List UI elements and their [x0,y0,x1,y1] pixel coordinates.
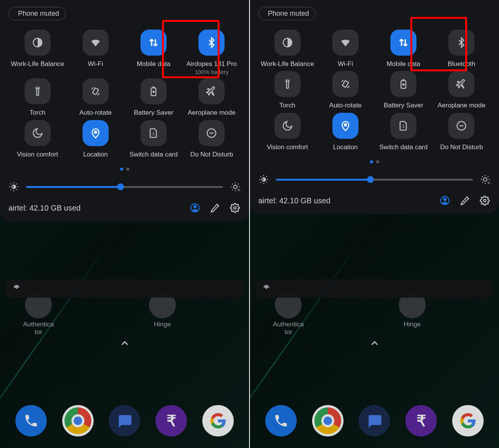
auto-brightness-icon[interactable]: A [480,174,491,185]
tile-wifi[interactable]: Wi-Fi [316,30,374,68]
chrome-app[interactable] [312,405,344,436]
tile-label: Auto-rotate [79,109,112,117]
tile-battery[interactable]: Battery Saver [375,71,433,109]
brightness-slider[interactable] [26,186,223,188]
notification-bar[interactable] [256,279,493,298]
location-icon [332,113,359,139]
chrome-app[interactable] [62,405,94,436]
brightness-low-icon [8,181,19,192]
svg-point-16 [234,207,236,209]
auto-brightness-icon[interactable]: A [230,181,241,192]
messages-app[interactable] [359,405,390,436]
google-app[interactable] [202,405,234,436]
battery-icon [390,71,416,97]
chevron-up-icon[interactable] [369,338,380,351]
tile-worklife[interactable]: Work-Life Balance [8,30,66,75]
phone-app[interactable] [15,405,47,436]
svg-point-12 [233,185,237,189]
settings-icon[interactable] [479,195,491,206]
messages-app[interactable] [109,405,140,436]
tile-label: Torch [279,102,296,109]
tile-plane[interactable]: Aeroplane mode [433,71,491,109]
svg-text:1: 1 [402,124,405,128]
moon-icon [25,120,51,146]
brightness-row: A [258,174,491,185]
edit-icon[interactable] [459,195,471,206]
svg-point-25 [344,124,347,126]
wifi-icon [83,30,109,56]
tile-wifi[interactable]: Wi-Fi [66,30,124,75]
quick-settings-panel: Phone muted Work-Life BalanceWi-FiMobile… [0,0,249,221]
moon-icon [274,113,301,139]
tile-label: Work-Life Balance [11,60,64,68]
tile-moon[interactable]: Vision comfort [258,113,316,151]
quick-settings-panel: Phone muted Work-Life BalanceWi-FiMobile… [250,0,499,214]
tile-worklife[interactable]: Work-Life Balance [258,30,316,68]
tile-location[interactable]: Location [316,113,374,151]
tile-torch[interactable]: Torch [8,78,66,117]
tile-sim[interactable]: 1Switch data card [125,120,183,158]
worklife-icon [25,30,51,56]
tile-label: Location [83,151,108,158]
tile-label: Mobile data [387,60,420,68]
phone-muted-chip[interactable]: Phone muted [258,7,316,20]
home-app[interactable]: Authentica tor [23,292,54,336]
tile-dnd[interactable]: Do Not Disturb [433,113,491,151]
tile-moon[interactable]: Vision comfort [8,120,66,158]
nearby-icon [12,283,21,293]
screen-left: Phone muted Work-Life BalanceWi-FiMobile… [0,0,249,448]
tile-dnd[interactable]: Do Not Disturb [183,120,241,158]
svg-point-30 [483,178,487,181]
tile-bluetooth[interactable]: Airdopes 131 Pro100% battery [183,30,241,75]
tile-mobiledata[interactable]: Mobile data [375,30,433,68]
dnd-icon [198,120,225,146]
tiles-grid: Work-Life BalanceWi-FiMobile dataBluetoo… [258,30,491,151]
tile-torch[interactable]: Torch [258,71,316,109]
panel-footer: airtel: 42.10 GB used [258,195,491,206]
panel-footer: airtel: 42.10 GB used [8,202,241,214]
phonepe-app[interactable]: ₹ [405,405,437,436]
tile-rotate[interactable]: Auto-rotate [66,78,124,117]
home-app[interactable]: Authentica tor [273,292,304,336]
torch-icon [25,78,51,104]
svg-text:A: A [488,181,491,185]
account-icon[interactable] [439,195,451,206]
tile-location[interactable]: Location [66,120,124,158]
account-icon[interactable] [189,202,201,214]
tile-bluetooth[interactable]: Bluetooth [433,30,491,68]
tile-label: Aeroplane mode [188,109,236,117]
svg-point-17 [16,287,17,288]
tile-sim[interactable]: 1Switch data card [375,113,433,151]
nearby-icon [262,283,271,293]
settings-icon[interactable] [229,202,241,214]
tile-label: Aeroplane mode [438,102,486,109]
tile-label: Wi-Fi [338,60,353,68]
bluetooth-icon [448,30,474,56]
chevron-up-icon[interactable] [119,338,131,351]
brightness-low-icon [258,174,269,185]
tile-battery[interactable]: Battery Saver [125,78,183,117]
sim-icon: 1 [140,120,167,146]
tile-label: Switch data card [379,143,428,151]
tile-plane[interactable]: Aeroplane mode [183,78,241,117]
tile-mobiledata[interactable]: Mobile data [125,30,183,75]
dock: ₹ [0,405,249,436]
google-app[interactable] [452,405,484,436]
brightness-row: A [8,181,241,192]
dock: ₹ [250,405,499,436]
notification-bar[interactable] [6,279,243,298]
phone-muted-label: Phone muted [268,10,309,18]
tile-label: Work-Life Balance [261,60,314,68]
tile-label: Battery Saver [384,102,423,109]
tile-rotate[interactable]: Auto-rotate [316,71,374,109]
page-dots [258,160,491,163]
phone-app[interactable] [265,405,297,436]
brightness-slider[interactable] [276,179,473,181]
edit-icon[interactable] [209,202,221,214]
phone-muted-chip[interactable]: Phone muted [8,7,66,20]
svg-rect-20 [342,81,349,87]
mobiledata-icon [140,30,167,56]
rotate-icon [332,71,359,97]
phonepe-app[interactable]: ₹ [155,405,187,436]
svg-text:A: A [238,188,241,192]
